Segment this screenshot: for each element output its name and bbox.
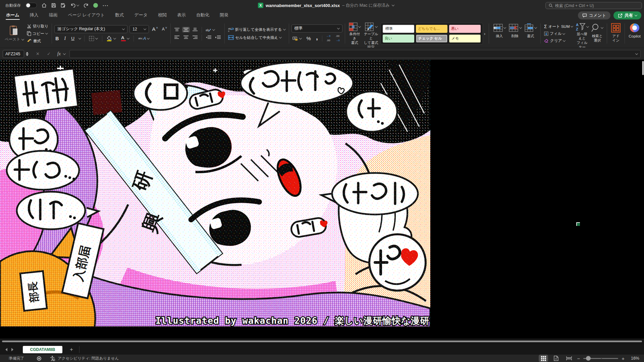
clear-button[interactable]: クリア <box>543 38 574 44</box>
sheet-canvas[interactable]: 研 興 <box>0 60 644 339</box>
cut-button[interactable]: 切り取り <box>26 23 50 29</box>
align-right-button[interactable] <box>191 35 199 40</box>
zoom-out-button[interactable]: − <box>577 356 580 361</box>
align-left-button[interactable] <box>173 35 181 40</box>
font-color-button[interactable]: A <box>120 35 130 42</box>
format-cells-button[interactable]: 書式 <box>523 21 538 46</box>
style-note[interactable]: メモ <box>449 35 481 43</box>
tab-insert[interactable]: 挿入 <box>30 11 39 20</box>
borders-button[interactable] <box>88 35 99 42</box>
underline-button[interactable]: U <box>70 35 75 42</box>
orientation-button[interactable]: ab <box>205 27 216 33</box>
tab-developer[interactable]: 開発 <box>219 11 229 20</box>
comma-style-button[interactable]: , <box>315 35 319 42</box>
fill-color-button[interactable] <box>106 35 117 42</box>
more-commands-icon[interactable]: ··· <box>103 3 109 8</box>
page-layout-view-button[interactable] <box>551 355 561 362</box>
name-box[interactable]: AFZ245 <box>3 50 24 58</box>
grow-font-button[interactable]: A˄ <box>151 25 159 33</box>
align-top-button[interactable] <box>173 27 181 33</box>
text-effects-button[interactable]: abcA <box>137 35 151 42</box>
percent-style-button[interactable]: % <box>306 35 312 42</box>
copy-button[interactable]: コピー <box>26 31 50 37</box>
next-sheet-icon[interactable] <box>11 348 13 351</box>
merge-center-button[interactable]: セルを結合して中央揃え <box>227 35 286 41</box>
redo-icon[interactable] <box>84 3 89 8</box>
name-box-stepper[interactable] <box>26 52 29 56</box>
accounting-format-button[interactable] <box>291 36 303 42</box>
zoom-level[interactable]: 16% <box>628 356 639 361</box>
autosave-toggle[interactable] <box>25 3 37 8</box>
save-as-icon[interactable] <box>61 3 66 8</box>
zoom-slider-thumb[interactable] <box>586 356 591 361</box>
align-bottom-button[interactable] <box>191 27 199 33</box>
font-name-select[interactable]: 游ゴシック Regular (本文) <box>54 25 127 33</box>
add-sheet-button[interactable]: + <box>70 346 73 353</box>
style-neutral[interactable]: どちらでも... <box>416 25 447 33</box>
share-button[interactable]: 共有 <box>613 11 641 19</box>
style-normal[interactable]: 標準 <box>383 25 414 33</box>
tab-draw[interactable]: 描画 <box>49 11 58 20</box>
insert-cells-button[interactable]: 挿入 <box>491 21 507 46</box>
decrease-decimal-button[interactable]: .00→0 <box>334 34 340 43</box>
normal-view-button[interactable] <box>539 355 548 362</box>
document-title-area[interactable]: X wannabemember_xlsx_sort400.xlsx – 自分の … <box>109 3 543 8</box>
horizontal-scrollbar-thumb[interactable] <box>2 341 642 342</box>
zoom-in-button[interactable]: + <box>622 356 625 361</box>
increase-decimal-button[interactable]: ←0.00 <box>325 34 331 43</box>
conditional-formatting-button[interactable]: 条件付き書式 <box>347 21 362 46</box>
active-cell-marker[interactable] <box>576 222 580 226</box>
cancel-entry-icon[interactable]: ✕ <box>36 51 40 56</box>
font-size-select[interactable]: 12 <box>129 25 149 33</box>
page-break-view-button[interactable] <box>564 355 574 362</box>
confirm-entry-icon[interactable]: ✓ <box>47 51 51 56</box>
addins-button[interactable]: アドイン <box>609 21 622 46</box>
accessibility-status[interactable]: アクセシビリティ: 問題ありません <box>58 356 119 361</box>
style-bad[interactable]: 悪い <box>449 25 481 33</box>
formula-input[interactable] <box>69 50 641 58</box>
bold-button[interactable]: B <box>54 35 60 42</box>
home-icon[interactable] <box>42 3 47 8</box>
increase-indent-button[interactable] <box>214 35 222 40</box>
align-middle-button[interactable] <box>182 27 190 33</box>
insert-function-icon[interactable]: fx <box>57 51 61 57</box>
tab-data[interactable]: データ <box>134 11 148 20</box>
sort-filter-button[interactable]: AZ 並べ替えとフィルター <box>574 21 590 46</box>
search-box[interactable] <box>545 2 642 9</box>
tab-formulas[interactable]: 数式 <box>115 11 124 20</box>
find-select-button[interactable]: 検索と選択 <box>590 21 604 46</box>
macro-record-icon[interactable] <box>37 356 41 361</box>
decrease-indent-button[interactable] <box>205 35 213 40</box>
formula-expand-chevron[interactable] <box>635 52 638 55</box>
vertical-scrollbar-thumb[interactable] <box>642 61 644 75</box>
styles-gallery-more-chevron[interactable]: › <box>483 31 486 36</box>
undo-icon[interactable] <box>70 3 79 8</box>
tab-view[interactable]: 表示 <box>177 11 186 20</box>
underline-options-chevron[interactable] <box>78 37 81 39</box>
shrink-font-button[interactable]: A˅ <box>161 26 168 32</box>
style-good[interactable]: 良い <box>383 35 414 43</box>
prev-sheet-icon[interactable] <box>5 348 7 351</box>
fill-button[interactable]: フィル <box>543 31 574 37</box>
search-input[interactable] <box>555 3 639 8</box>
autosum-button[interactable]: Σ オート SUM <box>543 23 574 30</box>
save-icon[interactable] <box>51 3 56 8</box>
paste-button[interactable]: ペースト <box>3 21 26 46</box>
wrap-text-button[interactable]: abc 折り返して全体を表示する <box>227 26 286 33</box>
horizontal-scrollbar[interactable] <box>0 339 644 345</box>
align-center-button[interactable] <box>182 35 190 40</box>
function-chevron-icon[interactable] <box>63 52 66 55</box>
number-format-select[interactable]: 標準 <box>291 24 342 33</box>
sheet-tab-active[interactable]: CGDATAM8B <box>23 346 62 353</box>
comments-button[interactable]: コメント <box>578 11 610 19</box>
tab-page-layout[interactable]: ページ レイアウト <box>68 11 105 20</box>
delete-cells-button[interactable]: 削除 <box>507 21 523 46</box>
tab-home[interactable]: ホーム <box>6 11 20 20</box>
format-painter-button[interactable]: 書式 <box>26 38 50 44</box>
italic-button[interactable]: I <box>63 35 67 42</box>
style-check-cell[interactable]: チェック セル <box>416 35 447 43</box>
tab-review[interactable]: 校閲 <box>158 11 167 20</box>
copilot-button[interactable]: Copilot <box>627 21 642 46</box>
tab-automate[interactable]: 自動化 <box>196 11 210 20</box>
zoom-slider[interactable] <box>583 358 618 359</box>
